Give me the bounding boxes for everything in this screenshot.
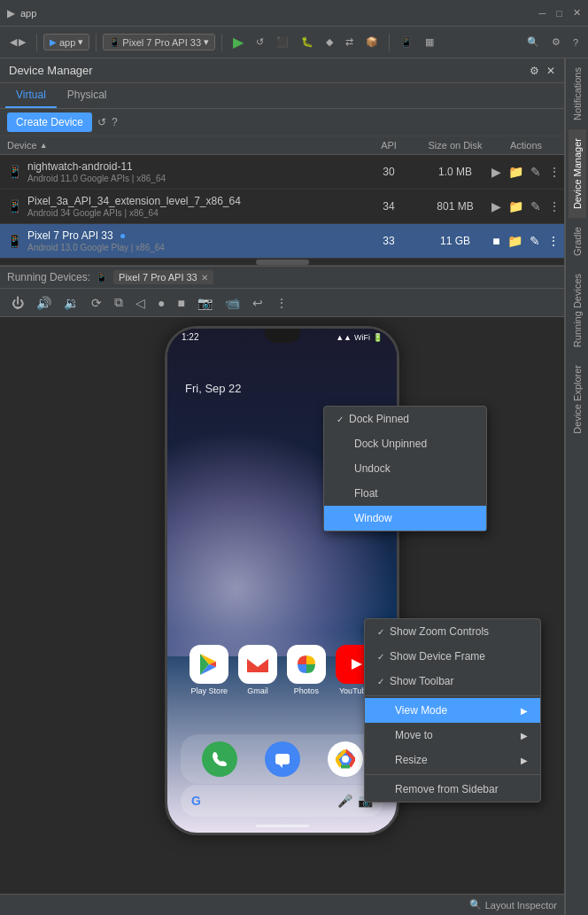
phone-time: 1:22 — [182, 332, 198, 342]
avd-button[interactable]: 📱 — [396, 34, 417, 50]
stop-action[interactable]: ■ — [491, 232, 501, 250]
sidebar-tab-device-explorer[interactable]: Device Explorer — [569, 356, 586, 443]
menu-remove-sidebar[interactable]: Remove from Sidebar — [365, 777, 540, 802]
edit-action[interactable]: ✎ — [529, 163, 543, 181]
device-row-selected[interactable]: 📱 Pixel 7 Pro API 33 ● Android 13.0 Goog… — [0, 224, 564, 259]
menu-show-frame[interactable]: ✓ Show Device Frame — [365, 644, 540, 669]
tab-physical[interactable]: Physical — [57, 83, 118, 108]
device-row[interactable]: 📱 Pixel_3a_API_34_extension_level_7_x86_… — [0, 190, 564, 224]
device-manager-title: Device Manager — [9, 64, 93, 77]
menu-window[interactable]: Window — [324, 506, 486, 531]
play-action[interactable]: ▶ — [490, 198, 503, 215]
mic-icon[interactable]: 🎤 — [337, 794, 352, 808]
phone-area: 1:22 ▲▲ WiFi 🔋 Fri, Sep 22 — [0, 317, 564, 915]
menu-undock[interactable]: Undock — [324, 456, 486, 481]
toolbar-separator-4 — [389, 34, 390, 51]
google-g: G — [191, 794, 201, 808]
menu-dock-pinned[interactable]: ✓ Dock Pinned — [324, 407, 486, 431]
menu-resize[interactable]: Resize ▶ — [365, 748, 540, 772]
search-button[interactable]: 🔍 — [522, 34, 544, 50]
close-running-tab[interactable]: ✕ — [201, 273, 208, 283]
video-tool[interactable]: 📹 — [220, 293, 244, 313]
edit-action[interactable]: ✎ — [529, 198, 543, 215]
wifi-icon: WiFi — [354, 333, 370, 342]
app-dropdown-arrow: ▾ — [78, 36, 83, 48]
volume-up-tool[interactable]: 🔊 — [32, 293, 56, 313]
close-icon[interactable]: ✕ — [546, 65, 555, 77]
sync-button[interactable]: ⇄ — [341, 34, 358, 50]
home-tool[interactable]: ● — [153, 293, 169, 313]
help-button[interactable]: ? — [569, 35, 583, 50]
menu-view-mode[interactable]: View Mode ▶ — [365, 698, 540, 723]
dock-chrome[interactable] — [328, 741, 363, 777]
sidebar-tab-running-devices[interactable]: Running Devices — [569, 265, 586, 356]
stop-button[interactable]: ⬛ — [272, 34, 293, 50]
app-play-store[interactable]: Play Store — [190, 645, 228, 695]
menu-item-label: Dock Unpinned — [354, 438, 427, 450]
dock-phone[interactable] — [202, 741, 237, 777]
profile-button[interactable]: ◆ — [321, 34, 337, 50]
back-tool[interactable]: ◁ — [131, 293, 150, 313]
more-action[interactable]: ⋮ — [546, 163, 562, 181]
folder-action[interactable]: 📁 — [507, 198, 525, 215]
menu-show-zoom[interactable]: ✓ Show Zoom Controls — [365, 619, 540, 644]
fold-tool[interactable]: ⧉ — [110, 292, 128, 313]
folder-action[interactable]: 📁 — [506, 232, 524, 250]
sidebar-tab-notifications[interactable]: Notifications — [569, 58, 586, 129]
maximize-button[interactable]: □ — [556, 8, 562, 19]
device-size: 1.0 MB — [415, 166, 495, 178]
phone-search-bar[interactable]: G 🎤 📷 — [181, 785, 383, 817]
refresh-devices-icon[interactable]: ↺ — [97, 116, 106, 128]
search-icon: 🔍 — [527, 36, 539, 48]
app-gmail[interactable]: Gmail — [238, 645, 277, 695]
dock-messages[interactable] — [265, 741, 300, 777]
minimize-button[interactable]: ─ — [539, 8, 546, 19]
more-action[interactable]: ⋮ — [546, 198, 562, 215]
toolbar-separator-3 — [221, 34, 222, 51]
device-toolbar-row: Create Device ↺ ? — [0, 109, 564, 136]
play-action[interactable]: ▶ — [490, 163, 503, 181]
device-dropdown[interactable]: 📱 Pixel 7 Pro API 33 ▾ — [103, 34, 215, 50]
layout-inspector-btn[interactable]: 🔍 Layout Inspector — [469, 899, 557, 911]
menu-float[interactable]: Float — [324, 481, 486, 506]
layout-button[interactable]: ▦ — [421, 34, 438, 50]
menu-dock-unpinned[interactable]: Dock Unpinned — [324, 431, 486, 456]
more-tool[interactable]: ⋮ — [271, 293, 292, 313]
volume-down-tool[interactable]: 🔉 — [59, 293, 83, 313]
refresh-button[interactable]: ↺ — [251, 34, 268, 50]
app-photos[interactable]: Photos — [287, 645, 326, 695]
help-devices-icon[interactable]: ? — [112, 116, 118, 128]
create-device-button[interactable]: Create Device — [7, 112, 92, 132]
menu-item-label: Float — [354, 487, 378, 500]
stop-tool[interactable]: ■ — [173, 293, 189, 313]
device-row[interactable]: 📱 nightwatch-android-11 Android 11.0 Goo… — [0, 155, 564, 190]
device-api: 34 — [362, 200, 415, 213]
edit-action[interactable]: ✎ — [528, 232, 542, 250]
sdk-button[interactable]: 📦 — [361, 34, 383, 50]
menu-move-to[interactable]: Move to ▶ — [365, 723, 540, 748]
app-label: app — [59, 37, 75, 48]
folder-action[interactable]: 📁 — [507, 163, 525, 181]
rotate-tool[interactable]: ⟳ — [87, 293, 106, 313]
tab-virtual[interactable]: Virtual — [5, 83, 57, 108]
device-icon: 📱 — [109, 37, 120, 47]
run-button[interactable]: ▶ — [228, 31, 248, 53]
close-button[interactable]: ✕ — [573, 7, 581, 19]
phone-screen: 1:22 ▲▲ WiFi 🔋 Fri, Sep 22 — [167, 329, 397, 833]
menu-show-toolbar[interactable]: ✓ Show Toolbar — [365, 669, 540, 694]
more-action[interactable]: ⋮ — [545, 232, 561, 250]
sidebar-tab-gradle[interactable]: Gradle — [569, 218, 586, 265]
gmail-label: Gmail — [247, 686, 268, 695]
app-dropdown[interactable]: ▶ app ▾ — [43, 34, 89, 50]
running-device-tab[interactable]: Pixel 7 Pro API 33 ✕ — [113, 270, 213, 284]
scrollbar[interactable] — [256, 260, 309, 265]
debug-button[interactable]: 🐛 — [297, 34, 318, 50]
camera-tool[interactable]: 📷 — [193, 293, 217, 313]
back-forward-btn[interactable]: ◀ ▶ — [5, 34, 30, 50]
settings-button[interactable]: ⚙ — [547, 34, 565, 50]
settings-icon[interactable]: ⚙ — [530, 65, 539, 77]
sidebar-tab-device-manager[interactable]: Device Manager — [569, 129, 586, 218]
power-tool[interactable]: ⏻ — [7, 293, 28, 313]
layout-inspector-label: Layout Inspector — [485, 900, 557, 911]
undo-tool[interactable]: ↩ — [248, 293, 267, 313]
